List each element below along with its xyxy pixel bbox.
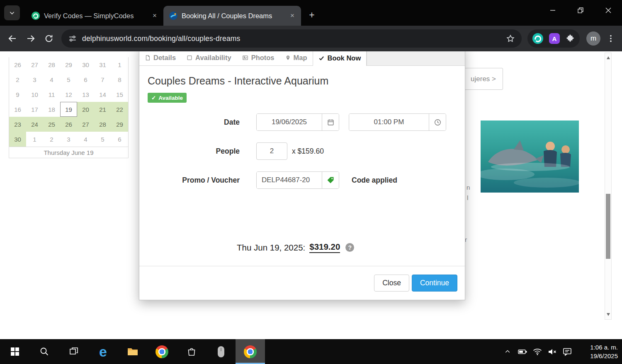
chrome-active-button[interactable] [236,339,265,364]
a-extension-icon[interactable]: A [549,33,560,44]
network-tray-button[interactable] [531,339,544,364]
url-bar[interactable]: delphinusworld.com/booking/all/couples-d… [61,29,522,48]
kebab-menu-icon [606,34,615,43]
restore-icon [578,7,583,13]
time-input[interactable] [349,114,429,130]
extensions-button[interactable] [566,34,575,43]
calendar-day: 27 [26,57,43,72]
tab-details[interactable]: Details [139,51,181,65]
close-window-button[interactable] [594,0,622,21]
scroll-down-arrow-icon[interactable] [607,313,610,316]
tab-close-icon[interactable]: × [150,11,159,20]
calendar-day: 10 [26,87,43,102]
calendar-day: 9 [9,87,26,102]
profile-avatar[interactable]: m [586,31,600,46]
calendar-day: 17 [26,102,43,117]
clock-time: 1:06 a. m. [578,343,618,352]
task-view-icon [69,347,79,357]
forward-arrow-icon [26,34,36,43]
calendar-day: 3 [26,72,43,87]
calendar-day: 16 [9,102,26,117]
store-button[interactable] [177,339,206,364]
simplycodes-favicon-icon [32,12,40,20]
tab-bar-filler [367,51,465,65]
calendar-day[interactable]: 28 [94,117,111,132]
tray-expand-button[interactable] [501,339,514,364]
calendar-day: 30 [77,57,94,72]
date-picker-button[interactable] [322,114,339,130]
apply-promo-button[interactable] [322,172,339,188]
notifications-tray-button[interactable] [561,339,574,364]
tab-availability[interactable]: Availability [181,51,237,65]
calendar-icon [327,118,335,126]
browser-menu-button[interactable] [606,34,615,43]
tab-title: Booking All / Couples Dreams [182,12,284,20]
back-button[interactable] [3,29,22,48]
continue-button[interactable]: Continue [412,275,457,292]
browser-titlebar: Verify Codes — SimplyCodes × Booking All… [0,0,622,26]
price-help-icon[interactable]: ? [345,243,354,252]
calendar-day[interactable]: 25 [43,117,60,132]
total-row: Thu Jun 19, 2025: $319.20 ? [237,242,457,253]
task-view-button[interactable] [59,339,88,364]
calendar-day[interactable]: 23 [9,117,26,132]
calendar-day[interactable]: 26 [60,117,77,132]
calendar-day: 18 [43,102,60,117]
mouse-app-button[interactable] [206,339,236,364]
site-info-icon[interactable] [68,34,77,43]
minimize-button[interactable] [539,0,566,21]
restore-button[interactable] [566,0,594,21]
start-button[interactable] [0,339,29,364]
calendar-day[interactable]: 24 [26,117,43,132]
checkbox-icon [187,55,192,61]
tab-search-button[interactable] [4,5,20,20]
badge-label: Available [158,95,183,101]
page-scrollbar[interactable] [605,53,612,320]
tab-label: Photos [251,54,275,62]
date-input[interactable] [257,114,322,130]
calendar-day[interactable]: 20 [77,102,94,117]
forward-button[interactable] [22,29,40,48]
tab-title: Verify Codes — SimplyCodes [44,12,146,20]
system-tray: 1:06 a. m. 19/6/2025 [501,339,622,364]
calendar-day[interactable]: 19 [60,102,77,117]
people-input[interactable] [256,142,287,160]
taskbar-search-button[interactable] [29,339,59,364]
dolphin-photo-thumbnail[interactable] [481,121,579,193]
tab-close-icon[interactable]: × [288,11,297,20]
chrome-icon [244,345,257,358]
taskbar-clock[interactable]: 1:06 a. m. 19/6/2025 [578,343,618,360]
simplycodes-extension-icon[interactable] [532,33,543,44]
file-explorer-button[interactable] [118,339,147,364]
edge-button[interactable]: e [88,339,118,364]
reload-button[interactable] [40,29,58,48]
store-bag-icon [187,347,197,357]
browser-tab-booking[interactable]: Booking All / Couples Dreams × [163,6,301,26]
promo-input[interactable] [257,172,322,188]
scrollbar-thumb[interactable] [606,194,610,259]
document-icon [145,55,151,61]
volume-tray-button[interactable] [546,339,559,364]
tab-photos[interactable]: Photos [237,51,280,65]
tab-label: Availability [195,54,231,62]
tab-book-now[interactable]: Book Now [313,51,367,66]
check-icon: ✓ [151,94,156,101]
url-text[interactable]: delphinusworld.com/booking/all/couples-d… [82,34,506,43]
new-tab-button[interactable]: + [304,7,319,22]
time-picker-button[interactable] [429,114,446,130]
calendar-day[interactable]: 22 [111,102,128,117]
booking-form: Date [148,113,457,189]
calendar-day[interactable]: 30 [9,132,26,147]
calendar-day[interactable]: 27 [77,117,94,132]
bookmark-button[interactable] [506,34,515,43]
battery-tray-button[interactable] [516,339,529,364]
chrome-button[interactable] [147,339,177,364]
browser-tab-simplycodes[interactable]: Verify Codes — SimplyCodes × [26,6,163,26]
check-icon [318,55,325,61]
calendar-day[interactable]: 29 [111,117,128,132]
calendar-day[interactable]: 21 [94,102,111,117]
chevron-down-icon [9,10,15,16]
scroll-up-arrow-icon[interactable] [607,56,610,59]
close-button[interactable]: Close [374,275,409,292]
tab-map[interactable]: Map [280,51,313,65]
